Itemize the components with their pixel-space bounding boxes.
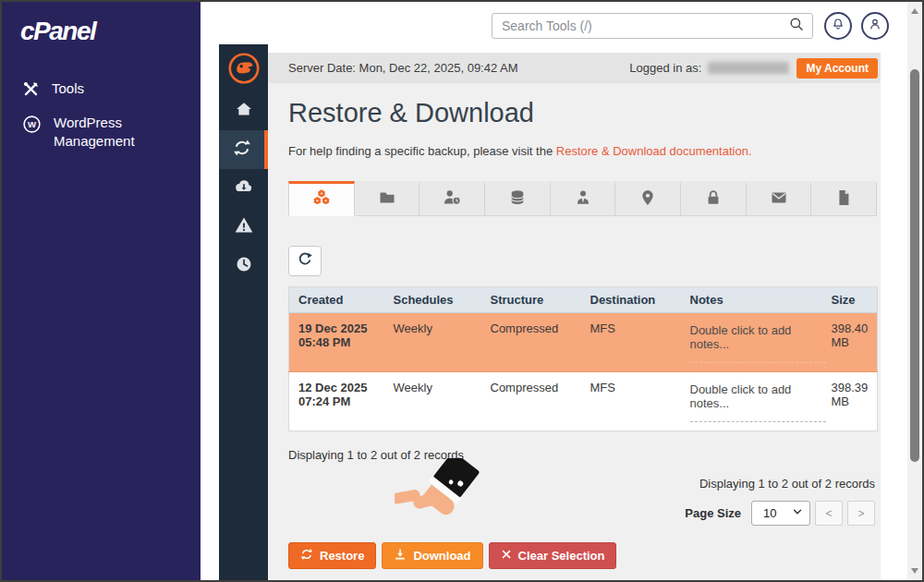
scroll-down-arrow-icon[interactable] xyxy=(911,568,918,574)
nav-item-restore-download[interactable] xyxy=(219,130,268,169)
download-button[interactable]: Download xyxy=(382,542,482,569)
svg-text:W: W xyxy=(28,119,37,129)
nav-item-alerts[interactable] xyxy=(219,208,268,247)
cpanel-sidebar: cPanel Tools W WordPress Management xyxy=(2,2,201,580)
notes-editable-hint[interactable]: Double click to add notes... xyxy=(690,321,826,363)
page-size-label: Page Size xyxy=(685,506,741,520)
nav-item-home[interactable] xyxy=(219,91,268,130)
home-icon xyxy=(235,100,253,122)
cell-schedules: Weekly xyxy=(384,313,481,372)
sync-icon xyxy=(233,139,251,161)
help-text: For help finding a specific backup, plea… xyxy=(288,144,752,158)
lock-icon xyxy=(704,188,723,211)
sidebar-item-label: Tools xyxy=(52,79,155,98)
cell-created: 19 Dec 2025 05:48 PM xyxy=(289,313,384,372)
sidebar-item-tools[interactable]: Tools xyxy=(22,79,155,103)
cell-notes: Double click to add notes... xyxy=(681,313,822,372)
search-icon[interactable] xyxy=(788,16,805,36)
table-row-selected[interactable]: 19 Dec 2025 05:48 PM Weekly Compressed M… xyxy=(289,313,878,372)
cpanel-window: cPanel Tools W WordPress Management xyxy=(0,0,924,582)
chevron-down-icon xyxy=(792,506,803,520)
download-button-label: Download xyxy=(413,549,470,563)
help-text-prefix: For help finding a specific backup, plea… xyxy=(288,144,556,158)
server-bar: Server Date: Mon, Dec 22, 2025, 09:42 AM… xyxy=(268,53,881,83)
tools-icon xyxy=(22,79,40,103)
logged-in-username-redacted xyxy=(708,62,789,74)
notes-editable-hint[interactable]: Double click to add notes... xyxy=(690,381,826,422)
x-icon xyxy=(501,549,512,563)
cell-schedules: Weekly xyxy=(384,372,481,431)
envelope-icon xyxy=(770,188,788,211)
clear-selection-button[interactable]: Clear Selection xyxy=(489,542,617,569)
scroll-up-arrow-icon[interactable] xyxy=(911,8,918,14)
page-size-select[interactable]: 10 xyxy=(751,501,810,526)
column-header-destination[interactable]: Destination xyxy=(581,287,681,313)
warning-icon xyxy=(234,215,254,239)
column-header-structure[interactable]: Structure xyxy=(481,287,581,313)
wordpress-icon: W xyxy=(22,114,42,139)
cell-notes: Double click to add notes... xyxy=(681,372,822,431)
nav-item-queue[interactable] xyxy=(219,247,268,285)
tab-email-messages[interactable] xyxy=(747,181,812,216)
tab-databases[interactable] xyxy=(485,181,551,216)
cell-structure: Compressed xyxy=(481,372,581,431)
next-page-button[interactable]: > xyxy=(847,501,875,526)
server-date-text: Server Date: Mon, Dec 22, 2025, 09:42 AM xyxy=(288,61,518,75)
page-size-value: 10 xyxy=(763,506,776,520)
map-marker-icon xyxy=(638,188,657,211)
cubes-icon xyxy=(311,188,332,212)
action-buttons: Restore Download Clear Selection xyxy=(288,542,616,569)
tab-dns-zones[interactable] xyxy=(615,181,681,216)
sidebar-item-wordpress-management[interactable]: W WordPress Management xyxy=(22,114,157,152)
clock-icon xyxy=(235,255,253,277)
search-input[interactable] xyxy=(502,18,788,33)
logged-in-label: Logged in as: xyxy=(629,61,701,75)
pagination-records-summary: Displaying 1 to 2 out of 2 records xyxy=(699,477,875,491)
cell-structure: Compressed xyxy=(481,313,581,372)
jetbackup-logo[interactable] xyxy=(219,44,268,91)
cell-created: 12 Dec 2025 07:24 PM xyxy=(289,372,384,431)
nav-item-downloads[interactable] xyxy=(219,169,268,208)
refresh-button[interactable] xyxy=(288,246,322,276)
cell-size: 398.39 MB xyxy=(822,372,878,431)
restore-button[interactable]: Restore xyxy=(288,542,376,569)
my-account-button[interactable]: My Account xyxy=(796,58,878,79)
database-icon xyxy=(508,188,527,211)
refresh-icon xyxy=(297,251,313,272)
page-content: Restore & Download For help finding a sp… xyxy=(268,83,881,580)
account-button[interactable] xyxy=(861,12,889,40)
tab-email-accounts[interactable] xyxy=(551,181,616,216)
backups-table: Created Schedules Structure Destination … xyxy=(288,286,878,431)
user-icon xyxy=(868,17,882,35)
backup-type-tabs xyxy=(288,181,877,216)
cell-size: 398.40 MB xyxy=(822,313,878,372)
cpanel-logo: cPanel xyxy=(20,17,95,46)
column-header-notes[interactable]: Notes xyxy=(681,287,822,313)
column-header-schedules[interactable]: Schedules xyxy=(384,287,481,313)
column-header-size[interactable]: Size xyxy=(822,287,878,313)
previous-page-button[interactable]: < xyxy=(815,501,843,526)
sidebar-item-label: WordPress Management xyxy=(54,114,157,152)
notifications-button[interactable] xyxy=(824,12,852,40)
restore-button-label: Restore xyxy=(320,549,364,563)
cloud-download-icon xyxy=(234,176,254,200)
column-header-created[interactable]: Created xyxy=(289,287,384,313)
tab-cron-jobs[interactable] xyxy=(419,181,485,216)
scrollbar-thumb[interactable] xyxy=(910,69,919,462)
plugin-nav xyxy=(219,44,268,580)
clear-selection-button-label: Clear Selection xyxy=(518,549,605,563)
tab-files[interactable] xyxy=(811,181,877,216)
tab-ssl-certificates[interactable] xyxy=(681,181,747,216)
bell-icon xyxy=(831,17,845,35)
tab-account-backups[interactable] xyxy=(288,181,355,216)
cell-destination: MFS xyxy=(581,372,681,431)
pointing-hand-image xyxy=(395,458,480,547)
page-title: Restore & Download xyxy=(288,98,534,128)
table-row[interactable]: 12 Dec 2025 07:24 PM Weekly Compressed M… xyxy=(289,372,878,431)
file-icon xyxy=(834,188,853,211)
vertical-scrollbar[interactable] xyxy=(907,2,922,580)
documentation-link[interactable]: Restore & Download documentation. xyxy=(556,144,752,158)
tab-home-directory[interactable] xyxy=(355,181,420,216)
user-clock-icon xyxy=(442,188,462,212)
pagination-controls: Page Size 10 < > xyxy=(685,501,875,526)
